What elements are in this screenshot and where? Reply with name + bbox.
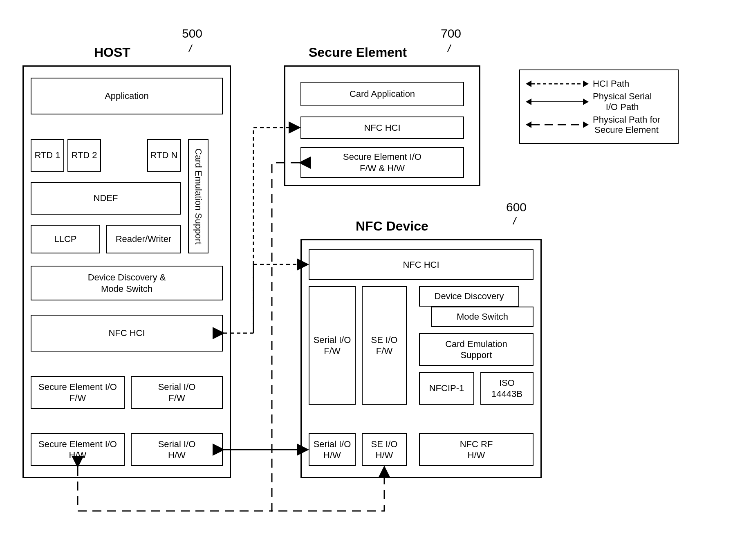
se-card-application: Card Application — [300, 82, 464, 106]
host-card-emu-label: Card Emulation Support — [193, 148, 204, 244]
host-llcp: LLCP — [31, 225, 100, 253]
nfc-iso14443b: ISO 14443B — [480, 372, 534, 405]
host-application: Application — [31, 78, 223, 114]
host-se-io-hw: Secure Element I/O H/W — [31, 433, 125, 466]
nfc-hci: NFC HCI — [309, 249, 534, 280]
nfc-nfcip1: NFCIP-1 — [419, 372, 474, 405]
title-nfc: NFC Device — [356, 219, 428, 234]
host-serial-io-fw: Serial I/O F/W — [131, 376, 223, 409]
title-host: HOST — [94, 45, 130, 60]
legend: HCI Path Physical Serial I/O Path Physic… — [519, 69, 679, 144]
tick-se — [447, 45, 451, 52]
host-serial-io-hw: Serial I/O H/W — [131, 433, 223, 466]
nfc-mode-switch: Mode Switch — [431, 307, 534, 327]
legend-se-row: Physical Path for Secure Element — [527, 114, 671, 135]
tick-nfc — [513, 217, 517, 225]
nfc-card-emulation-support: Card Emulation Support — [419, 333, 534, 366]
legend-se-line-icon — [527, 124, 588, 125]
legend-serial-label: Physical Serial I/O Path — [593, 91, 652, 112]
host-ndef: NDEF — [31, 182, 181, 215]
nfc-serial-io-hw: Serial I/O H/W — [309, 433, 356, 466]
host-card-emulation-support: Card Emulation Support — [188, 139, 208, 253]
ref-nfc: 600 — [506, 200, 527, 214]
legend-serial-line-icon — [527, 101, 588, 102]
host-rtd1: RTD 1 — [31, 139, 64, 172]
nfc-device-discovery: Device Discovery — [419, 286, 519, 307]
nfc-rf-hw: NFC RF H/W — [419, 433, 534, 466]
host-device-discovery-mode-switch: Device Discovery & Mode Switch — [31, 266, 223, 300]
legend-hci-line-icon — [527, 83, 588, 84]
host-rtd2: RTD 2 — [67, 139, 101, 172]
ref-host: 500 — [182, 27, 202, 40]
nfc-se-io-hw: SE I/O H/W — [362, 433, 407, 466]
se-nfc-hci: NFC HCI — [300, 116, 464, 139]
legend-hci-label: HCI Path — [593, 78, 629, 89]
nfc-serial-io-fw: Serial I/O F/W — [309, 286, 356, 405]
host-rtdn: RTD N — [147, 139, 181, 172]
host-se-io-fw: Secure Element I/O F/W — [31, 376, 125, 409]
host-reader-writer: Reader/Writer — [106, 225, 181, 253]
legend-se-label: Physical Path for Secure Element — [593, 114, 660, 135]
tick-host — [188, 45, 193, 52]
title-se: Secure Element — [309, 45, 407, 60]
legend-hci-row: HCI Path — [527, 78, 671, 89]
nfc-se-io-fw: SE I/O F/W — [362, 286, 407, 405]
host-nfc-hci: NFC HCI — [31, 315, 223, 352]
legend-serial-row: Physical Serial I/O Path — [527, 91, 671, 112]
ref-se: 700 — [441, 27, 461, 40]
se-io-fw-hw: Secure Element I/O F/W & H/W — [300, 147, 464, 178]
